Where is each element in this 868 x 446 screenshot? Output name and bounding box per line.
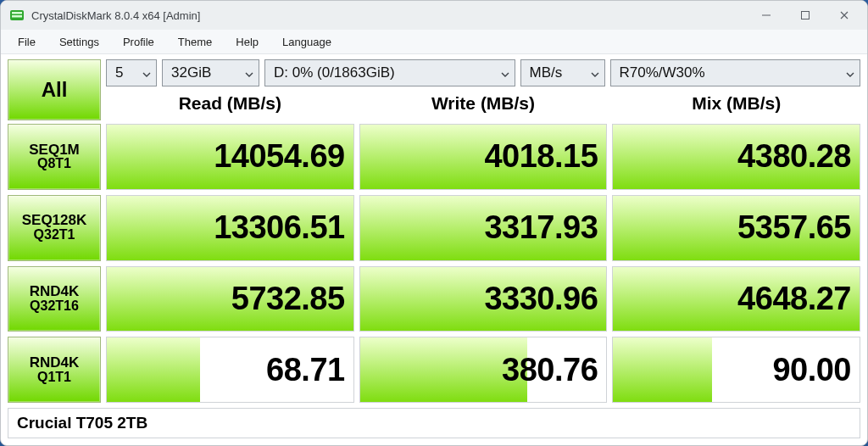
chevron-down-icon [245, 64, 253, 81]
app-icon [9, 8, 25, 23]
result-value: 5732.85 [231, 281, 345, 317]
run-all-button[interactable]: All [8, 59, 101, 120]
result-bar [107, 337, 200, 402]
result-value: 68.71 [266, 352, 345, 388]
test-label-line1: SEQ128K [22, 213, 87, 228]
column-header-write: Write (MB/s) [359, 93, 608, 114]
unit-select[interactable]: MB/s [520, 59, 605, 86]
result-value: 4380.28 [737, 138, 851, 175]
menubar: File Settings Profile Theme Help Languag… [1, 30, 867, 54]
mix-profile-select[interactable]: R70%/W30% [610, 59, 861, 86]
run-test-button-rnd4k-q32t16[interactable]: RND4KQ32T16 [8, 266, 101, 332]
benchmark-grid: SEQ1MQ8T114054.694018.154380.28SEQ128KQ3… [8, 124, 860, 403]
drive-value: D: 0% (0/1863GiB) [274, 64, 395, 81]
minimize-button[interactable] [747, 1, 786, 30]
test-label-line1: RND4K [30, 355, 80, 371]
svg-rect-1 [12, 12, 22, 14]
run-test-button-rnd4k-q1t1[interactable]: RND4KQ1T1 [8, 337, 101, 403]
menu-theme[interactable]: Theme [166, 30, 224, 53]
test-label-line2: Q32T1 [34, 228, 75, 243]
result-bar [613, 337, 711, 402]
app-window: CrystalDiskMark 8.0.4 x64 [Admin] File S… [0, 0, 868, 446]
result-value: 5357.65 [737, 209, 851, 246]
titlebar[interactable]: CrystalDiskMark 8.0.4 x64 [Admin] [1, 1, 867, 30]
svg-rect-2 [12, 15, 22, 18]
result-value: 13306.51 [214, 209, 345, 246]
column-header-read: Read (MB/s) [106, 93, 354, 114]
result-mix-rnd4k-q1t1: 90.00 [612, 337, 860, 403]
result-value: 14054.69 [214, 138, 345, 175]
result-value: 380.76 [502, 352, 598, 388]
column-header-mix: Mix (MB/s) [612, 93, 860, 114]
chevron-down-icon [142, 64, 151, 81]
svg-rect-3 [762, 15, 771, 16]
result-value: 3317.93 [484, 209, 598, 246]
result-mix-seq128k-q32t1: 5357.65 [612, 195, 860, 261]
chevron-down-icon [591, 64, 599, 81]
menu-settings[interactable]: Settings [47, 30, 111, 53]
test-label-line2: Q1T1 [37, 371, 71, 385]
iterations-value: 5 [115, 64, 123, 81]
menu-file[interactable]: File [6, 30, 47, 53]
result-read-rnd4k-q1t1: 68.71 [106, 337, 354, 403]
test-label-line2: Q8T1 [37, 157, 71, 171]
test-label-line1: SEQ1M [29, 142, 80, 158]
client-area: All 5 32GiB D: 0% (0/1863GiB) [1, 54, 867, 445]
result-value: 3330.96 [484, 281, 598, 317]
test-label-line1: RND4K [30, 284, 80, 299]
chevron-down-icon [846, 64, 854, 81]
result-write-rnd4k-q1t1: 380.76 [359, 337, 608, 403]
result-mix-seq1m-q8t1: 4380.28 [612, 124, 860, 190]
mix-profile-value: R70%/W30% [620, 64, 705, 81]
device-footer: Crucial T705 2TB [8, 408, 860, 438]
menu-help[interactable]: Help [224, 30, 270, 53]
test-size-value: 32GiB [171, 64, 211, 81]
result-write-seq128k-q32t1: 3317.93 [359, 195, 608, 261]
run-all-label: All [42, 79, 68, 100]
menu-profile[interactable]: Profile [111, 30, 166, 53]
run-test-button-seq128k-q32t1[interactable]: SEQ128KQ32T1 [8, 195, 101, 261]
result-read-seq128k-q32t1: 13306.51 [106, 195, 354, 261]
drive-select[interactable]: D: 0% (0/1863GiB) [264, 59, 515, 86]
unit-value: MB/s [530, 64, 563, 81]
menu-language[interactable]: Language [270, 30, 343, 53]
result-value: 90.00 [772, 352, 851, 388]
result-value: 4018.15 [484, 138, 598, 175]
svg-rect-4 [802, 12, 810, 20]
maximize-button[interactable] [786, 1, 825, 30]
run-test-button-seq1m-q8t1[interactable]: SEQ1MQ8T1 [8, 124, 101, 190]
result-mix-rnd4k-q32t16: 4648.27 [612, 266, 860, 332]
result-write-seq1m-q8t1: 4018.15 [359, 124, 608, 190]
chevron-down-icon [501, 64, 509, 81]
result-write-rnd4k-q32t16: 3330.96 [359, 266, 608, 332]
close-button[interactable] [825, 1, 864, 30]
test-label-line2: Q32T16 [30, 299, 79, 314]
result-read-rnd4k-q32t16: 5732.85 [106, 266, 354, 332]
device-name: Crucial T705 2TB [17, 414, 147, 432]
window-title: CrystalDiskMark 8.0.4 x64 [Admin] [31, 9, 200, 22]
result-read-seq1m-q8t1: 14054.69 [106, 124, 354, 190]
iterations-select[interactable]: 5 [106, 59, 157, 86]
result-value: 4648.27 [737, 281, 851, 317]
test-size-select[interactable]: 32GiB [162, 59, 259, 86]
